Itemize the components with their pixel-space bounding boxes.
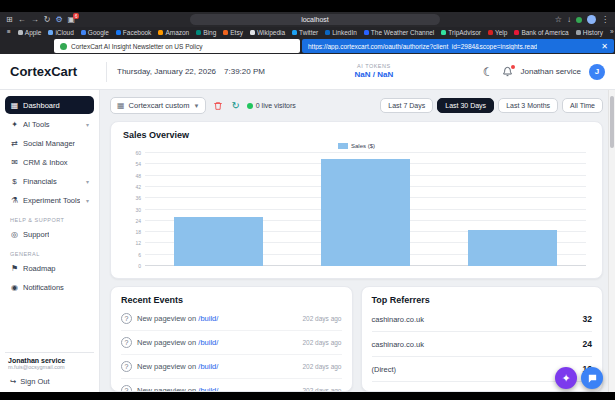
- header-actions: ☾ Jonathan service J: [483, 64, 605, 80]
- bookmark-label: Amazon: [165, 29, 189, 36]
- bookmark-label: Wikipedia: [257, 29, 285, 36]
- bookmark-history[interactable]: History: [576, 29, 603, 36]
- bookmark-facebook[interactable]: Facebook: [116, 29, 152, 36]
- apps-icon[interactable]: ⊞: [6, 16, 13, 24]
- bookmark-google[interactable]: Google: [81, 29, 109, 36]
- event-path-link[interactable]: /build/: [198, 362, 218, 371]
- y-tick-label: 54: [135, 162, 141, 167]
- referrer-domain[interactable]: tracker.cortexcart.com: [372, 390, 446, 393]
- y-tick-label: 30: [135, 207, 141, 212]
- referrer-count: 32: [583, 314, 592, 324]
- sidebar-item-crm-inbox[interactable]: ✉CRM & Inbox: [5, 153, 94, 171]
- chat-button[interactable]: [581, 367, 603, 389]
- sidebar-item-support[interactable]: ◎Support: [5, 225, 94, 243]
- bookmarks-overflow-icon[interactable]: »: [610, 29, 614, 36]
- extension-badge: 6: [73, 13, 79, 19]
- bookmark-wikipedia[interactable]: Wikipedia: [250, 29, 285, 36]
- bookmark-the-weather-channel[interactable]: The Weather Channel: [364, 29, 434, 36]
- y-tick-label: 60: [135, 151, 141, 156]
- sidebar-item-financials[interactable]: $Financials▾: [5, 172, 94, 190]
- downloads-icon[interactable]: ↓: [567, 16, 571, 24]
- sidebar-item-social-manager[interactable]: ⇄Social Manager: [5, 134, 94, 152]
- bookmark-linkedin[interactable]: LinkedIn: [325, 29, 357, 36]
- brand-logo[interactable]: CortexCart: [10, 64, 96, 79]
- sidebar-item-ai-tools[interactable]: ✦AI Tools▾: [5, 115, 94, 133]
- event-time: 202 days ago: [302, 363, 341, 370]
- forward-button[interactable]: →: [31, 16, 39, 24]
- chart-bar[interactable]: [174, 217, 262, 266]
- bookmark-etsy[interactable]: Etsy: [223, 29, 243, 36]
- sidebar-item-notifications[interactable]: ◉Notifications: [5, 278, 94, 296]
- y-tick-label: 36: [135, 196, 141, 201]
- scrollbar-thumb[interactable]: [610, 96, 614, 148]
- ai-tokens-value: NaN / NaN: [355, 70, 394, 80]
- favicon-apple-icon: [18, 30, 23, 35]
- extension-icon[interactable]: ▣6: [68, 16, 76, 24]
- chart-legend[interactable]: Sales ($): [123, 140, 590, 151]
- address-bar[interactable]: localhost: [190, 14, 440, 25]
- referrer-domain[interactable]: (Direct): [372, 365, 397, 374]
- close-icon[interactable]: ✕: [601, 42, 608, 51]
- chevron-down-icon: ▼: [193, 103, 199, 109]
- bookmark-icloud[interactable]: iCloud: [48, 29, 73, 36]
- referrer-domain[interactable]: cashinaro.co.uk: [372, 315, 425, 324]
- bookmark-apple[interactable]: Apple: [18, 29, 42, 36]
- bookmark-tripadvisor[interactable]: TripAdvisor: [441, 29, 481, 36]
- sidebar: ▦Dashboard✦AI Tools▾⇄Social Manager✉CRM …: [0, 90, 100, 392]
- sidebar-item-dashboard[interactable]: ▦Dashboard: [5, 96, 94, 114]
- dark-mode-toggle[interactable]: ☾: [483, 65, 494, 79]
- sidebar-nav: ▦Dashboard✦AI Tools▾⇄Social Manager✉CRM …: [5, 96, 94, 210]
- sidebar-item-experiment-tools[interactable]: ⚗Experiment Tools▾: [5, 191, 94, 209]
- chart-bar[interactable]: [321, 159, 409, 266]
- favicon-facebook-icon: [116, 30, 121, 35]
- bookmark-amazon[interactable]: Amazon: [158, 29, 189, 36]
- range-all-time[interactable]: All Time: [562, 98, 603, 113]
- event-path-link[interactable]: /build/: [198, 386, 218, 392]
- ai-assistant-button[interactable]: ✦: [555, 367, 577, 389]
- range-last-3-months[interactable]: Last 3 Months: [498, 98, 558, 113]
- chart-bar[interactable]: [468, 230, 556, 266]
- sidebar-item-label: Support: [23, 230, 49, 239]
- profile-avatar-icon[interactable]: [587, 15, 596, 24]
- avatar[interactable]: J: [589, 64, 605, 80]
- favicon-history-icon: [576, 30, 581, 35]
- refresh-button[interactable]: ↻: [230, 99, 240, 112]
- notification-bar-left[interactable]: CortexCart AI Insight Newsletter on US P…: [54, 39, 300, 53]
- notifications-icon: ◉: [10, 283, 19, 292]
- bookmark-label: Facebook: [123, 29, 152, 36]
- bookmarks-menu-icon[interactable]: ≡: [7, 29, 11, 36]
- sidebar-user-block: Jonathan service m.fuis@ocsygmail.com ↪ …: [5, 352, 94, 388]
- event-path-link[interactable]: /build/: [198, 338, 218, 347]
- notifications-button[interactable]: [502, 66, 513, 77]
- sign-out-button[interactable]: ↪ Sign Out: [8, 375, 91, 388]
- dashboard-selector[interactable]: ▦ Cortexcart custom ▼: [110, 97, 206, 114]
- table-row: cashinaro.co.uk32: [372, 307, 593, 332]
- back-button[interactable]: ←: [18, 16, 26, 24]
- bookmark-yelp[interactable]: Yelp: [488, 29, 507, 36]
- live-status-icon: [247, 103, 253, 109]
- list-item: ?New pageview on /build/202 days ago: [121, 307, 342, 331]
- sidebar-item-label: Dashboard: [23, 101, 60, 110]
- notification-bar-right[interactable]: https://app.cortexcart.com/oauth/authori…: [302, 39, 614, 53]
- bookmark-bing[interactable]: Bing: [196, 29, 216, 36]
- favicon-etsy-icon: [223, 30, 228, 35]
- bookmark-bank-of-america[interactable]: Bank of America: [514, 29, 568, 36]
- sidebar-item-roadmap[interactable]: ⚑Roadmap: [5, 259, 94, 277]
- delete-button[interactable]: [212, 100, 224, 112]
- reload-button[interactable]: ↻: [44, 16, 51, 24]
- range-last-7-days[interactable]: Last 7 Days: [380, 98, 433, 113]
- referrer-domain[interactable]: cashinaro.co.uk: [372, 340, 425, 349]
- bookmark-star-icon[interactable]: ☆: [555, 16, 562, 24]
- event-path-link[interactable]: /build/: [198, 314, 218, 323]
- browser-chrome: ⊞ ← → ↻ ⚙ ▣6 localhost ☆ ↓ ⋮: [0, 12, 615, 27]
- favicon-bing-icon: [196, 30, 201, 35]
- scrollbar[interactable]: [608, 90, 615, 392]
- sidebar-support-group: ◎Support: [5, 225, 94, 244]
- bookmark-twitter[interactable]: Twitter: [292, 29, 318, 36]
- range-last-30-days[interactable]: Last 30 Days: [437, 98, 494, 113]
- sidebar-user-name: Jonathan service: [8, 357, 91, 364]
- notification-right-text: https://app.cortexcart.com/oauth/authori…: [308, 43, 537, 50]
- extension-gear-icon[interactable]: ⚙: [55, 16, 62, 24]
- live-visitors-label: 0 live visitors: [256, 102, 296, 109]
- browser-menu-icon[interactable]: ⋮: [601, 16, 609, 24]
